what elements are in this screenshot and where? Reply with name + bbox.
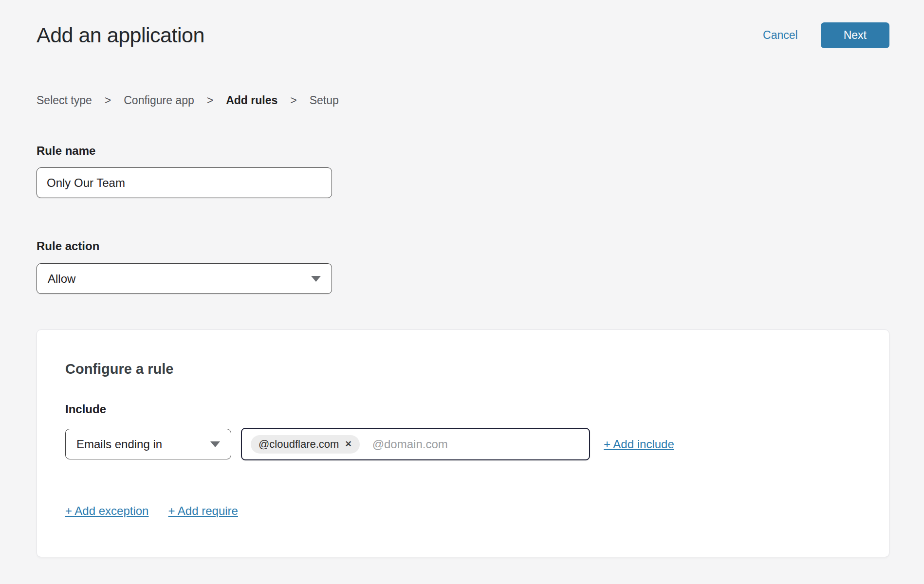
rule-action-select[interactable]: Allow [37,263,332,294]
include-criteria-selected-value: Emails ending in [76,438,162,451]
rule-name-label: Rule name [37,144,95,157]
caret-down-icon [311,276,321,282]
email-domain-chip-label: @cloudflare.com [259,438,339,451]
email-domain-tag-input[interactable]: @cloudflare.com ✕ [241,428,590,460]
rule-name-input[interactable] [37,167,332,198]
next-button[interactable]: Next [821,22,889,48]
email-domain-text-input[interactable] [372,438,580,451]
rule-action-label: Rule action [37,239,99,253]
include-rule-row: Emails ending in @cloudflare.com ✕ + Add… [65,428,861,460]
page-header: Add an application Cancel Next [37,22,889,48]
add-exception-link[interactable]: + Add exception [65,504,148,518]
rule-action-selected-value: Allow [48,272,75,286]
caret-down-icon [210,441,220,447]
page-title: Add an application [37,23,204,47]
rule-action-section: Rule action Allow [37,240,889,294]
card-title: Configure a rule [65,361,861,377]
add-application-page: Add an application Cancel Next Select ty… [0,22,924,557]
card-links-row: + Add exception + Add require [65,504,861,518]
breadcrumb-step-configure-app[interactable]: Configure app [124,94,194,107]
add-require-link[interactable]: + Add require [168,504,238,518]
include-criteria-select[interactable]: Emails ending in [65,429,231,459]
add-include-link[interactable]: + Add include [604,438,674,451]
chip-remove-icon[interactable]: ✕ [345,440,351,448]
breadcrumb: Select type > Configure app > Add rules … [37,94,889,107]
cancel-button[interactable]: Cancel [763,29,798,42]
include-label: Include [65,403,861,415]
breadcrumb-step-setup[interactable]: Setup [310,94,339,107]
breadcrumb-separator: > [290,94,296,107]
breadcrumb-separator: > [105,94,111,107]
configure-rule-card: Configure a rule Include Emails ending i… [37,329,889,557]
breadcrumb-step-select-type[interactable]: Select type [37,94,92,107]
header-actions: Cancel Next [763,22,889,48]
email-domain-chip: @cloudflare.com ✕ [251,435,360,454]
breadcrumb-separator: > [207,94,213,107]
breadcrumb-step-add-rules[interactable]: Add rules [226,94,277,107]
rule-name-section: Rule name [37,145,889,198]
